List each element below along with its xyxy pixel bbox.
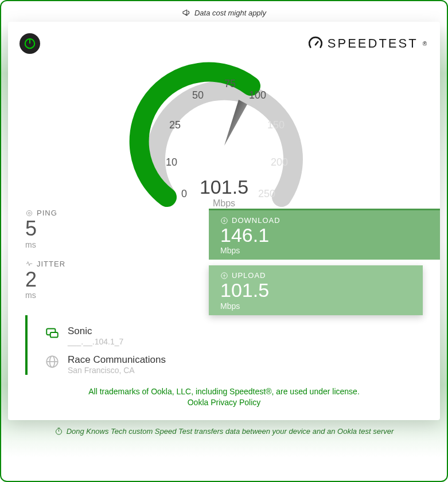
restart-button[interactable] [20,33,40,54]
server-name: Race Communications [68,354,166,366]
svg-marker-3 [224,100,247,146]
isp-ip: ___.__.104.1_7 [68,337,123,346]
download-unit: Mbps [220,246,428,255]
latency-column: PING 5 ms JITTER 2 ms [25,209,209,315]
svg-text:100: 100 [248,89,266,101]
jitter-value: 2 [25,268,209,291]
connection-info: Sonic ___.__.104.1_7 Race Communications… [25,315,440,375]
server-row[interactable]: Race Communications San Francisco, CA [45,354,423,375]
trademark-notice: All trademarks of Ookla, LLC, including … [31,386,417,398]
globe-icon [45,354,60,369]
stopwatch-icon [54,427,63,436]
download-icon [220,217,228,225]
data-cost-text: Data cost might apply [194,9,266,17]
privacy-link[interactable]: Ookla Privacy Policy [31,397,417,409]
gauge-value-unit: Mbps [200,198,248,209]
speed-gauge: 0 10 25 50 75 100 150 200 250 101.5 Mbps [127,54,322,214]
card-header: SPEEDTEST ® [8,33,440,54]
upload-unit: Mbps [220,301,411,311]
speedtest-card: SPEEDTEST ® 0 10 25 50 75 100 150 200 25… [8,22,440,420]
jitter-label: JITTER [37,260,65,268]
svg-rect-18 [50,332,58,338]
bottom-notice: Dong Knows Tech custom Speed Test transf… [8,427,440,436]
download-box: DOWNLOAD 146.1 Mbps [209,209,440,260]
trademark: ® [423,41,428,47]
gauge-icon [308,36,323,51]
ping-metric: PING 5 ms [25,209,209,249]
app-frame: Data cost might apply SPEEDTEST ® 0 10 2… [0,0,448,482]
power-icon [24,37,36,50]
bottom-notice-text: Dong Knows Tech custom Speed Test transf… [67,427,394,436]
svg-text:0: 0 [181,188,186,199]
metrics-row: PING 5 ms JITTER 2 ms [8,209,440,315]
server-location: San Francisco, CA [68,366,166,375]
card-footer: All trademarks of Ookla, LLC, including … [8,386,440,409]
upload-label: UPLOAD [232,271,266,280]
svg-text:50: 50 [192,89,203,101]
jitter-icon [25,260,33,268]
isp-name: Sonic [68,326,123,337]
brand-text: SPEEDTEST [328,36,418,51]
svg-text:25: 25 [169,119,180,131]
upload-icon [220,272,228,280]
data-cost-notice: Data cost might apply [8,8,440,17]
device-icon [45,326,60,340]
ping-value: 5 [25,217,209,240]
download-label: DOWNLOAD [232,216,281,225]
ping-unit: ms [25,240,209,249]
jitter-unit: ms [25,291,209,300]
isp-row[interactable]: Sonic ___.__.104.1_7 [45,326,423,346]
speed-column: DOWNLOAD 146.1 Mbps UPLOAD 101.5 Mbps [209,209,440,315]
svg-line-2 [315,42,318,45]
svg-text:250: 250 [258,188,275,199]
upload-box: UPLOAD 101.5 Mbps [209,265,423,315]
ping-label: PING [37,209,57,217]
svg-point-14 [26,210,32,215]
megaphone-icon [182,8,191,17]
download-value: 146.1 [220,225,428,246]
gauge-readout: 101.5 Mbps [200,176,248,209]
gauge-value-number: 101.5 [200,176,248,198]
svg-text:150: 150 [267,119,284,131]
svg-point-13 [28,212,30,214]
jitter-metric: JITTER 2 ms [25,260,209,300]
upload-value: 101.5 [220,280,411,301]
svg-text:10: 10 [165,156,177,168]
speedtest-logo: SPEEDTEST ® [308,36,428,51]
svg-text:75: 75 [224,78,235,89]
ping-icon [25,209,33,217]
svg-text:200: 200 [270,156,287,168]
